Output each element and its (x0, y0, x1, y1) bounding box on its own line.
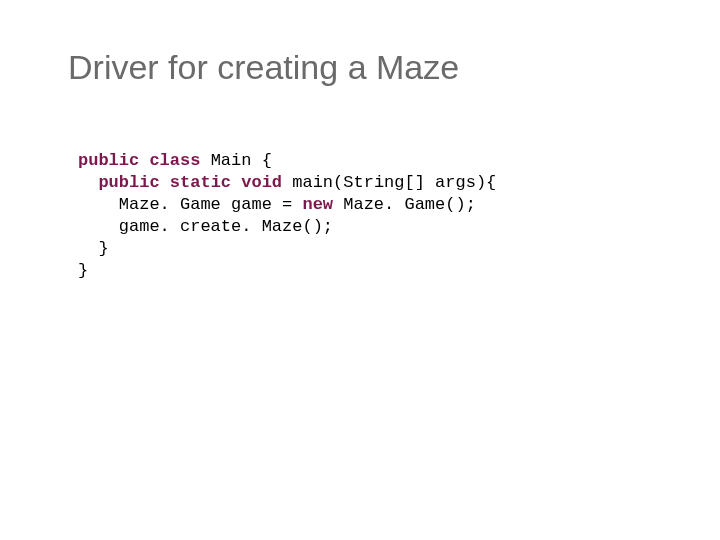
code-text: Maze. Game game = (78, 195, 302, 214)
slide: Driver for creating a Maze public class … (0, 0, 720, 540)
code-text: game. create. Maze(); (78, 217, 333, 236)
code-text: } (78, 261, 88, 280)
keyword-class: class (149, 151, 200, 170)
code-text: main(String[] args){ (282, 173, 496, 192)
keyword-new: new (302, 195, 333, 214)
code-text: } (78, 239, 109, 258)
keyword-public: public (78, 151, 139, 170)
code-text: Maze. Game(); (333, 195, 476, 214)
code-block: public class Main { public static void m… (78, 150, 496, 283)
keyword-void: void (241, 173, 282, 192)
code-text: Main { (200, 151, 271, 170)
keyword-public: public (98, 173, 159, 192)
slide-title: Driver for creating a Maze (68, 48, 459, 87)
keyword-static: static (170, 173, 231, 192)
